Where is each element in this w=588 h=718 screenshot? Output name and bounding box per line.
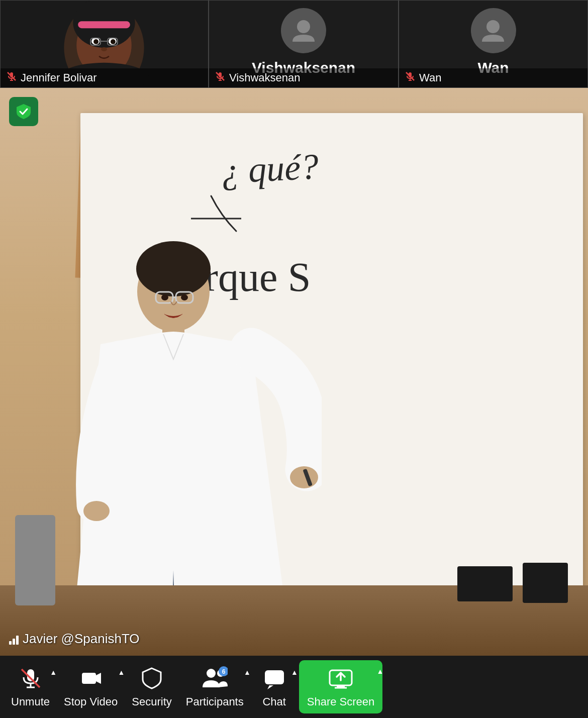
participants-chevron[interactable]: ▲ bbox=[244, 668, 251, 676]
signal-bars bbox=[9, 634, 19, 645]
unmute-label: Unmute bbox=[11, 695, 50, 708]
toolbar: Unmute ▲ Stop Video ▲ Security bbox=[0, 656, 588, 718]
participant-tile-vishwak[interactable]: Vishwaksenan Vishwaksenan bbox=[209, 0, 399, 88]
svg-point-7 bbox=[93, 39, 99, 44]
participants-label: Participants bbox=[186, 695, 244, 708]
participant-tile-wan[interactable]: Wan Wan bbox=[399, 0, 588, 88]
share-screen-icon bbox=[328, 665, 354, 691]
jennifer-name: Jennifer Bolivar bbox=[21, 71, 97, 84]
shield-icon bbox=[15, 102, 33, 121]
signal-bar-1 bbox=[9, 641, 12, 645]
unmute-button[interactable]: Unmute ▲ bbox=[5, 661, 56, 712]
stop-video-group: Stop Video ▲ bbox=[58, 661, 124, 712]
shield-badge bbox=[9, 97, 38, 126]
shelf-object-1 bbox=[523, 563, 568, 603]
svg-point-12 bbox=[101, 47, 107, 51]
stop-video-chevron[interactable]: ▲ bbox=[118, 668, 125, 676]
svg-rect-45 bbox=[82, 673, 96, 684]
vishwak-name: Vishwaksenan bbox=[229, 71, 300, 84]
participants-icon: 6 bbox=[202, 665, 228, 691]
svg-point-24 bbox=[486, 20, 500, 33]
vishwak-mute-icon bbox=[215, 71, 225, 84]
share-screen-label: Share Screen bbox=[307, 695, 375, 708]
svg-rect-50 bbox=[265, 670, 284, 684]
security-label: Security bbox=[132, 695, 171, 708]
vishwak-avatar bbox=[281, 8, 326, 53]
speaker-name: Javier @SpanishTO bbox=[23, 631, 140, 647]
chat-group: Chat ▲ bbox=[252, 661, 297, 712]
vishwak-name-label: Vishwaksenan bbox=[209, 68, 398, 87]
svg-text:6: 6 bbox=[222, 668, 226, 675]
share-screen-chevron[interactable]: ▲ bbox=[376, 667, 383, 675]
jennifer-name-label: Jennifer Bolivar bbox=[1, 68, 208, 87]
participant-tile-jennifer[interactable]: Jennifer Bolivar bbox=[0, 0, 209, 88]
unmute-chevron[interactable]: ▲ bbox=[50, 668, 57, 676]
jennifer-mute-icon bbox=[7, 71, 17, 84]
speaker-label: Javier @SpanishTO bbox=[9, 631, 140, 647]
svg-point-35 bbox=[181, 294, 188, 300]
signal-bar-2 bbox=[13, 639, 15, 645]
svg-point-30 bbox=[136, 241, 211, 296]
main-video-area: ¿ qué? Porque S bbox=[0, 88, 588, 656]
svg-rect-4 bbox=[78, 21, 130, 28]
shelf-object-2 bbox=[457, 566, 513, 601]
svg-point-34 bbox=[161, 294, 168, 300]
unmute-icon bbox=[18, 665, 44, 691]
security-icon bbox=[139, 665, 165, 691]
unmute-group: Unmute ▲ bbox=[5, 661, 56, 712]
share-screen-button[interactable]: Share Screen ▲ bbox=[299, 660, 383, 713]
svg-point-19 bbox=[297, 20, 310, 33]
side-object bbox=[15, 515, 55, 605]
participant-strip: Jennifer Bolivar Vishwaksenan Vishwaksen… bbox=[0, 0, 588, 88]
wan-avatar bbox=[471, 8, 516, 53]
security-group: Security bbox=[126, 661, 177, 712]
stop-video-label: Stop Video bbox=[64, 695, 118, 708]
share-screen-group: Share Screen ▲ bbox=[299, 660, 383, 713]
stop-video-icon bbox=[78, 665, 104, 691]
participants-button[interactable]: 6 Participants ▲ bbox=[180, 661, 250, 712]
whiteboard-text-que: ¿ qué? bbox=[220, 146, 320, 192]
security-button[interactable]: Security bbox=[126, 661, 177, 712]
chat-chevron[interactable]: ▲ bbox=[291, 668, 298, 676]
chat-button[interactable]: Chat ▲ bbox=[252, 661, 297, 712]
participants-group: 6 Participants ▲ bbox=[180, 661, 250, 712]
stop-video-button[interactable]: Stop Video ▲ bbox=[58, 661, 124, 712]
svg-point-46 bbox=[207, 669, 216, 678]
svg-point-39 bbox=[83, 501, 110, 521]
chat-icon bbox=[261, 665, 287, 691]
wan-name-label: Wan bbox=[399, 68, 587, 87]
wan-name: Wan bbox=[419, 71, 441, 84]
signal-bar-3 bbox=[16, 636, 19, 645]
wan-mute-icon bbox=[405, 71, 415, 84]
svg-point-8 bbox=[111, 39, 116, 44]
chat-label: Chat bbox=[262, 695, 285, 708]
